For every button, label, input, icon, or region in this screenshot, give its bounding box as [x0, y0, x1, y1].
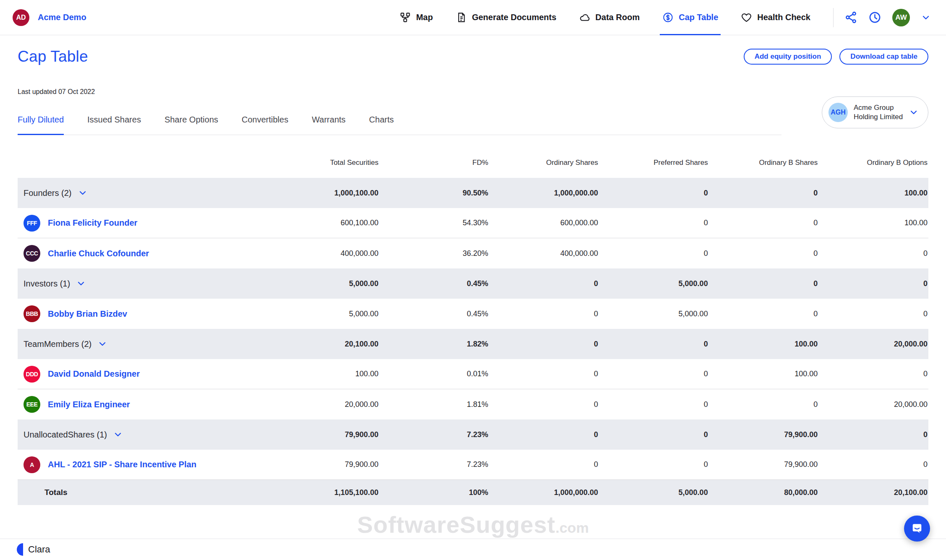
nav-item-generate-documents[interactable]: Generate Documents: [455, 0, 556, 35]
chevron-down-icon[interactable]: [76, 279, 86, 289]
member-link[interactable]: Bobby Brian Bizdev: [48, 309, 127, 319]
chevron-down-icon[interactable]: [97, 339, 107, 349]
nav-item-data-room[interactable]: Data Room: [579, 0, 640, 35]
cell-value: 0: [818, 310, 928, 318]
member-link[interactable]: Charlie Chuck Cofounder: [48, 249, 149, 258]
watermark: SoftwareSuggest.com: [18, 511, 928, 538]
member-avatar: CCC: [24, 245, 40, 262]
tab-warrants[interactable]: Warrants: [312, 115, 345, 125]
entity-selector[interactable]: AGH Acme GroupHolding Limited: [822, 96, 928, 128]
member-avatar: DDD: [24, 366, 40, 383]
heart-icon: [741, 12, 752, 23]
cell-value: 0.01%: [379, 370, 489, 378]
cell-value: 90.50%: [379, 189, 489, 198]
user-menu-chevron-icon[interactable]: [921, 13, 931, 23]
cell-value: 79,900.00: [269, 460, 379, 469]
history-clock-icon[interactable]: [868, 11, 881, 24]
dollar-circle-icon: [662, 12, 674, 23]
group-row: UnallocatedShares (1)79,900.007.23%0079,…: [18, 419, 928, 450]
column-header-total-securities: Total Securities: [269, 159, 379, 167]
member-link[interactable]: Fiona Felicity Founder: [48, 218, 137, 228]
cell-value: 79,900.00: [709, 460, 819, 469]
cell-value: 7.23%: [379, 430, 489, 439]
cell-value: 1,000,000.00: [489, 189, 599, 198]
tab-issued-shares[interactable]: Issued Shares: [87, 115, 141, 125]
brand[interactable]: AD Acme Demo: [13, 9, 86, 26]
member-link[interactable]: David Donald Designer: [48, 369, 140, 379]
member-link[interactable]: Emily Eliza Engineer: [48, 400, 130, 409]
table-header-row: Total SecuritiesFD%Ordinary SharesPrefer…: [18, 135, 928, 178]
nav-item-health-check[interactable]: Health Check: [741, 0, 810, 35]
cell-value: 0: [709, 279, 819, 288]
cloud-icon: [579, 12, 591, 23]
member-avatar: FFF: [24, 215, 40, 232]
member-avatar: EEE: [24, 396, 40, 413]
cell-value: 0: [818, 279, 928, 288]
member-link[interactable]: AHL - 2021 SIP - Share Incentive Plan: [48, 460, 196, 469]
cell-value: 0: [599, 430, 709, 439]
download-cap-table-button[interactable]: Download cap table: [839, 49, 928, 65]
cell-value: 0: [489, 400, 599, 409]
cell-value: 0: [709, 310, 819, 318]
group-label: TeamMembers (2): [24, 339, 91, 349]
cell-value: 1,000,000.00: [489, 488, 599, 497]
cell-value: 0: [489, 279, 599, 288]
nav-label: Map: [416, 13, 433, 22]
add-equity-position-button[interactable]: Add equity position: [744, 49, 832, 65]
main-content: Cap Table Add equity position Download c…: [0, 48, 946, 538]
chat-bubble-icon: [910, 522, 924, 535]
share-icon[interactable]: [844, 11, 857, 24]
cell-value: 0: [818, 249, 928, 258]
nav-item-map[interactable]: Map: [400, 0, 433, 35]
cell-value: 0.45%: [379, 279, 489, 288]
company-avatar: AD: [13, 9, 29, 26]
cell-value: 0: [489, 460, 599, 469]
cell-value: 54.30%: [379, 219, 489, 227]
member-row: CCCCharlie Chuck Cofounder400,000.0036.2…: [18, 238, 928, 268]
top-bar: AD Acme Demo MapGenerate DocumentsData R…: [0, 0, 946, 35]
totals-row: Totals1,105,100.00100%1,000,000.005,000.…: [18, 480, 928, 505]
header-right: AW: [833, 8, 931, 27]
group-label: UnallocatedShares (1): [24, 430, 107, 440]
table-body: Founders (2)1,000,100.0090.50%1,000,000.…: [18, 178, 928, 505]
cell-value: 100.00: [709, 370, 819, 378]
group-row: Founders (2)1,000,100.0090.50%1,000,000.…: [18, 178, 928, 208]
column-header-fd: FD%: [379, 159, 489, 167]
cell-value: 1,105,100.00: [269, 488, 379, 497]
cell-value: 5,000.00: [599, 488, 709, 497]
cell-value: 0: [599, 400, 709, 409]
tab-convertibles[interactable]: Convertibles: [242, 115, 288, 125]
cell-value: 5,000.00: [269, 310, 379, 318]
column-header-preferred-shares: Preferred Shares: [599, 159, 709, 167]
tab-charts[interactable]: Charts: [369, 115, 394, 125]
member-row: BBBBobby Brian Bizdev5,000.000.45%05,000…: [18, 299, 928, 329]
cell-value: 0: [599, 460, 709, 469]
cap-table: Total SecuritiesFD%Ordinary SharesPrefer…: [18, 135, 928, 505]
cell-value: 5,000.00: [599, 279, 709, 288]
group-label: Investors (1): [24, 279, 70, 289]
tab-bar: Fully DilutedIssued SharesShare OptionsC…: [18, 115, 781, 135]
tab-fully-diluted[interactable]: Fully Diluted: [18, 115, 64, 125]
member-row: EEEEmily Eliza Engineer20,000.001.81%000…: [18, 389, 928, 419]
company-name: Acme Demo: [38, 13, 86, 22]
tab-share-options[interactable]: Share Options: [165, 115, 218, 125]
document-icon: [455, 12, 467, 23]
user-avatar[interactable]: AW: [892, 9, 910, 26]
last-updated-text: Last updated 07 Oct 2022: [18, 88, 928, 96]
cell-value: 1.81%: [379, 400, 489, 409]
cell-value: 0: [599, 340, 709, 349]
cell-value: 0.45%: [379, 310, 489, 318]
cell-value: 400,000.00: [269, 249, 379, 258]
nav-item-cap-table[interactable]: Cap Table: [662, 0, 718, 35]
cell-value: 0: [709, 189, 819, 198]
cell-value: 100.00: [269, 370, 379, 378]
chat-launcher-button[interactable]: [904, 516, 930, 542]
cell-value: 20,100.00: [818, 488, 928, 497]
cell-value: 100%: [379, 488, 489, 497]
cell-value: 0: [599, 189, 709, 198]
entity-chevron-icon: [909, 107, 919, 117]
chevron-down-icon[interactable]: [78, 188, 88, 198]
chevron-down-icon[interactable]: [113, 430, 123, 440]
cell-value: 0: [599, 249, 709, 258]
column-header-ordinary-shares: Ordinary Shares: [489, 159, 599, 167]
